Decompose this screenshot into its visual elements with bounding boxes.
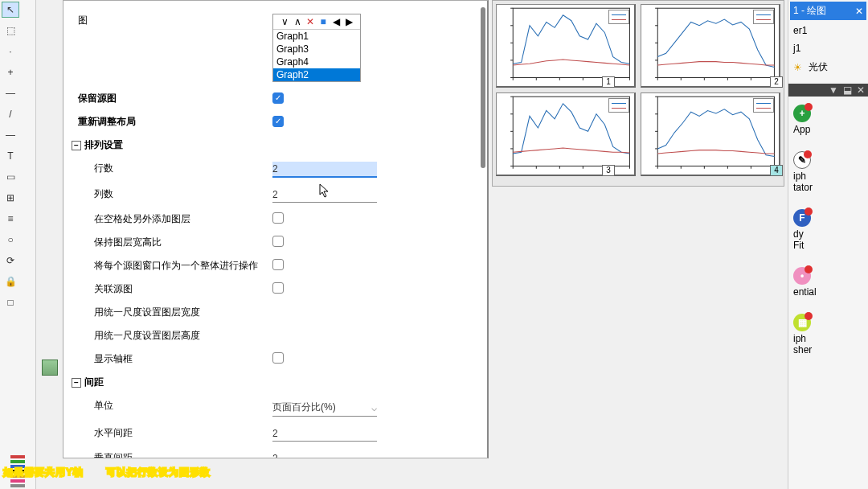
app-0[interactable]: + App	[788, 97, 868, 143]
tool-3[interactable]: +	[2, 64, 19, 80]
tool-0[interactable]: ↖	[2, 2, 19, 18]
close-icon[interactable]: ✕	[855, 6, 863, 17]
tool-5[interactable]: /	[2, 106, 19, 122]
rows-label: 行数	[72, 162, 272, 175]
notification-dot-icon	[805, 312, 813, 320]
graph-label: 图	[72, 14, 272, 27]
preview-chart-4[interactable]: 4	[641, 92, 780, 176]
tool-8[interactable]: ▭	[2, 169, 19, 185]
merge-graph-dialog: 图 ∨∧✕■◀▶ Graph1Graph3Graph4Graph2 保留源图 ✓…	[63, 0, 489, 458]
tool-4[interactable]: —	[2, 85, 19, 101]
add-empty-checkbox[interactable]	[272, 212, 284, 224]
settings-scroll: 图 ∨∧✕■◀▶ Graph1Graph3Graph4Graph2 保留源图 ✓…	[63, 1, 487, 458]
app-2[interactable]: F dy Fit	[788, 201, 868, 259]
legend-icon	[753, 98, 774, 113]
tool-9[interactable]: ⊞	[2, 190, 19, 206]
scrollbar[interactable]	[481, 7, 485, 168]
listbox-tool-2[interactable]: ✕	[305, 16, 316, 27]
app-1[interactable]: ✎ iph tator	[788, 143, 868, 201]
keep-aspect-checkbox[interactable]	[272, 236, 284, 247]
app-3[interactable]: • ential	[788, 259, 868, 306]
right-item-er1[interactable]: er1	[788, 22, 868, 39]
chart-index-badge: 4	[770, 165, 783, 176]
listbox-tool-5[interactable]: ▶	[343, 16, 354, 27]
show-axis-frame-checkbox[interactable]	[272, 352, 284, 364]
app-icon: ✎	[793, 151, 811, 169]
graph-listbox[interactable]: ∨∧✕■◀▶ Graph1Graph3Graph4Graph2	[272, 14, 361, 82]
notification-dot-icon	[804, 150, 812, 158]
keep-source-checkbox[interactable]: ✓	[272, 92, 284, 104]
legend-icon	[608, 98, 629, 113]
dropdown-icon[interactable]: ▼	[829, 84, 838, 96]
source-block-label: 将每个源图窗口作为一个整体进行操作	[72, 259, 272, 273]
notification-dot-icon	[805, 208, 813, 216]
listbox-tool-1[interactable]: ∧	[292, 16, 303, 27]
link-source-checkbox[interactable]	[272, 282, 284, 294]
preview-chart-2[interactable]: 2	[641, 4, 780, 88]
listbox-tool-0[interactable]: ∨	[279, 16, 290, 27]
spacing-expander[interactable]: −	[72, 378, 81, 388]
close-panel-icon[interactable]: ✕	[857, 84, 865, 96]
app-label: iph sher	[793, 333, 812, 355]
keep-source-label: 保留源图	[72, 92, 272, 105]
legend-icon	[753, 10, 774, 24]
tool-2[interactable]: ·	[2, 43, 19, 60]
table-icon[interactable]	[42, 360, 58, 376]
preview-chart-3[interactable]: 3	[496, 92, 636, 176]
preview-chart-1[interactable]: 1	[496, 4, 636, 88]
app-4[interactable]: ▦ iph sher	[788, 306, 868, 364]
keep-aspect-label: 保持图层宽高比	[72, 236, 272, 249]
rearrange-label: 重新调整布局	[72, 115, 272, 129]
caption-part2: 可以把行数设为图形数	[106, 466, 211, 479]
tool-10[interactable]: ≡	[2, 211, 19, 227]
rows-input[interactable]	[272, 162, 377, 178]
app-icon: ▦	[793, 314, 811, 331]
tool-14[interactable]: □	[2, 294, 19, 310]
legend-icon	[608, 10, 629, 24]
h-gap-input[interactable]	[272, 426, 377, 442]
listbox-tool-4[interactable]: ◀	[330, 16, 342, 27]
sun-icon: ☀	[793, 62, 802, 73]
tool-7[interactable]: T	[2, 148, 19, 164]
listbox-item[interactable]: Graph4	[273, 55, 360, 68]
listbox-item[interactable]: Graph2	[273, 68, 360, 81]
arrange-section-label: 排列设置	[84, 138, 123, 152]
tool-12[interactable]: ⟳	[2, 253, 19, 269]
tool-11[interactable]: ○	[2, 232, 19, 248]
rearrange-checkbox[interactable]: ✓	[272, 116, 284, 127]
chart-index-badge: 3	[602, 165, 615, 176]
source-block-checkbox[interactable]	[272, 259, 284, 270]
listbox-tool-3[interactable]: ■	[317, 16, 329, 27]
right-item-pv[interactable]: ☀ 光伏	[788, 57, 868, 77]
cols-input[interactable]	[272, 187, 377, 203]
spacing-section-label: 间距	[84, 376, 104, 389]
chevron-down-icon: ⌵	[371, 402, 377, 413]
h-gap-label: 水平间距	[72, 426, 272, 440]
app-label: App	[793, 124, 810, 135]
listbox-item[interactable]: Graph3	[273, 43, 360, 55]
listbox-item[interactable]: Graph1	[273, 30, 360, 43]
tool-1[interactable]: ⬚	[2, 23, 19, 39]
listbox-toolbar: ∨∧✕■◀▶	[273, 14, 360, 30]
left-toolbar: ↖⬚·+—/—T▭⊞≡○⟳🔒□	[0, 0, 36, 489]
tool-6[interactable]: —	[2, 127, 19, 143]
uniform-width-label: 用统一尺度设置图层宽度	[72, 306, 272, 319]
subtitle-caption: 如果需要共用Y轴 可以把行数设为图形数	[0, 455, 868, 489]
chart-index-badge: 1	[602, 76, 615, 88]
notification-dot-icon	[805, 103, 813, 111]
show-axis-frame-label: 显示轴框	[72, 352, 272, 366]
add-empty-label: 在空格处另外添加图层	[72, 212, 272, 226]
right-sidebar: 1 - 绘图 ✕ er1 j1 ☀ 光伏 ▼ ⬓ ✕ + App✎ iph ta…	[788, 0, 868, 489]
tool-13[interactable]: 🔒	[2, 273, 19, 290]
right-item-j1[interactable]: j1	[788, 39, 868, 57]
link-source-label: 关联源图	[72, 282, 272, 296]
chart-index-badge: 2	[770, 76, 783, 88]
unit-select[interactable]: 页面百分比(%) ⌵	[272, 399, 377, 417]
notification-dot-icon	[805, 265, 813, 273]
arrange-expander[interactable]: −	[72, 141, 81, 150]
app-icon: •	[793, 267, 811, 285]
right-window-tab[interactable]: 1 - 绘图 ✕	[790, 2, 866, 20]
app-label: iph tator	[793, 171, 813, 193]
unit-label: 单位	[72, 399, 272, 413]
pin-icon[interactable]: ⬓	[843, 84, 852, 96]
